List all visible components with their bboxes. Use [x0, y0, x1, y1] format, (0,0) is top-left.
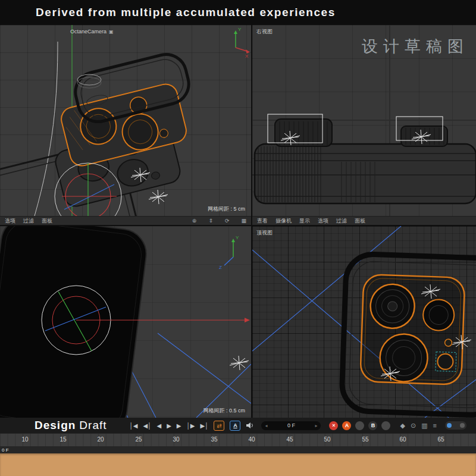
menu-filter[interactable]: 过滤 — [23, 217, 34, 225]
top-view-label: 顶视图 — [256, 229, 273, 237]
ruler-tick: 25 — [135, 436, 142, 443]
ruler-tick: 45 — [286, 436, 293, 443]
keyframe-tools: ◆ ⊙ ▥ ≡ — [400, 422, 437, 430]
key-icon[interactable]: ◆ — [400, 422, 405, 430]
layers-icon[interactable]: ≡ — [433, 422, 437, 429]
fullscreen-icon[interactable]: ▦ — [241, 218, 246, 224]
play-button[interactable]: ▶ — [167, 422, 171, 429]
ruler-tick: 40 — [248, 436, 255, 443]
zoom-icon[interactable]: ⇕ — [208, 218, 213, 224]
loop-playback-button[interactable]: ⇄ — [214, 421, 224, 431]
track-icon[interactable]: ▥ — [421, 422, 427, 430]
top-view-wireframe — [252, 226, 476, 418]
transport-controls: │◀ ◀│ ◀ ▶ ▶ │▶ ▶│ — [130, 422, 209, 429]
record-b-button[interactable]: B — [368, 421, 377, 430]
viewport-right-view[interactable]: 右视图 设计草稿图 — [252, 25, 476, 225]
record-position-button[interactable]: × — [329, 421, 338, 430]
grid-spacing-label: 网格间距 : 0.5 cm — [203, 407, 245, 415]
ruler-tick: 50 — [324, 436, 330, 443]
frame-marker-row: 0 F — [0, 446, 476, 453]
brand-light: Draft — [79, 419, 107, 431]
timeline-control-bar: DesignDraft │◀ ◀│ ◀ ▶ ▶ │▶ ▶│ ⇄ A ◂ 0 F … — [0, 418, 476, 433]
rotate-icon[interactable]: ⟳ — [225, 218, 230, 224]
perspective-toolbar: 选项 过滤 面板 ⊕ ⇕ ⟳ ▦ — [0, 216, 251, 225]
current-frame-field[interactable]: ◂ 0 F ▸ — [261, 421, 321, 430]
target-icon[interactable]: ⊙ — [411, 422, 416, 430]
grid-spacing-label: 网格间距 : 5 cm — [208, 205, 245, 213]
ruler-tick: 15 — [60, 436, 66, 443]
viewport-front-view[interactable]: Y Z 网格间距 : 0.5 cm — [0, 226, 251, 418]
ruler-tick: 60 — [399, 436, 406, 443]
axis-z-label: Z — [219, 265, 222, 270]
header-bar: Derived from multiple accumulated experi… — [0, 0, 476, 25]
ruler-tick: 10 — [21, 436, 28, 443]
top-view-scene[interactable]: 顶视图 — [252, 226, 476, 418]
frame-decrement-icon[interactable]: ◂ — [265, 423, 267, 428]
prev-frame-button[interactable]: ◀ — [156, 422, 161, 429]
mode-toggle[interactable] — [445, 421, 466, 430]
toggle-dot-active — [447, 423, 452, 428]
record-toggle-2[interactable] — [381, 421, 390, 430]
ruler-tick: 55 — [362, 436, 368, 443]
menu-filter[interactable]: 过滤 — [336, 217, 347, 225]
menu-panel[interactable]: 面板 — [42, 217, 52, 225]
design-draft-watermark: 设计草稿图 — [362, 36, 469, 57]
ruler-tick: 20 — [97, 436, 104, 443]
next-key-button[interactable]: │▶ — [187, 422, 195, 429]
autokey-button[interactable]: A — [230, 421, 240, 431]
perspective-scene[interactable]: OctaneCamera ▣ — [0, 25, 251, 216]
viewport-top-view[interactable]: 顶视图 — [252, 226, 476, 418]
pan-icon[interactable]: ⊕ — [192, 218, 197, 224]
menu-camera[interactable]: 摄像机 — [275, 217, 292, 225]
toggle-dot-inactive — [460, 423, 465, 428]
prev-key-button[interactable]: ◀│ — [143, 422, 152, 429]
frame-marker-label: 0 F — [0, 447, 9, 453]
jump-start-button[interactable]: │◀ — [130, 422, 138, 429]
record-a-button[interactable]: A — [342, 421, 351, 430]
camera-name-label[interactable]: OctaneCamera ▣ — [70, 29, 114, 35]
record-toggle-1[interactable] — [355, 421, 364, 430]
sound-icon[interactable] — [246, 422, 254, 429]
menu-panel[interactable]: 面板 — [355, 217, 365, 225]
front-view-scene[interactable]: Y Z 网格间距 : 0.5 cm — [0, 226, 251, 418]
timeline-range-slider[interactable] — [0, 453, 476, 476]
brand-label: DesignDraft — [35, 419, 107, 432]
viewport-grid: OctaneCamera ▣ — [0, 25, 476, 418]
front-view-wireframe: Y Z — [0, 226, 251, 418]
jump-end-button[interactable]: ▶│ — [201, 422, 209, 429]
menu-options[interactable]: 选项 — [5, 217, 15, 225]
record-toggles: × A B — [329, 421, 390, 430]
page-title: Derived from multiple accumulated experi… — [36, 6, 336, 19]
brand-bold: Design — [35, 419, 76, 431]
right-view-toolbar: 查看 摄像机 显示 选项 过滤 面板 — [252, 216, 476, 225]
axis-y-label: Y — [236, 235, 239, 240]
camera-tag-icon[interactable]: ▣ — [109, 29, 114, 35]
axis-y-label: Y — [238, 27, 242, 32]
ruler-tick: 35 — [211, 436, 217, 443]
ruler-tick: 65 — [437, 436, 444, 443]
perspective-wireframe: Y X — [0, 25, 251, 216]
right-view-label: 右视图 — [256, 28, 273, 36]
camera-name-text: OctaneCamera — [70, 29, 107, 35]
menu-view[interactable]: 查看 — [257, 217, 268, 225]
menu-options[interactable]: 选项 — [318, 217, 328, 225]
axis-x-label: X — [245, 54, 249, 59]
next-frame-button[interactable]: ▶ — [177, 422, 181, 429]
current-frame-value: 0 F — [287, 422, 295, 428]
menu-display[interactable]: 显示 — [299, 217, 310, 225]
viewport-perspective[interactable]: OctaneCamera ▣ — [0, 25, 251, 225]
timeline-ruler[interactable]: 10 15 20 25 30 35 40 45 50 55 60 65 — [0, 433, 476, 446]
ruler-tick: 30 — [173, 436, 179, 443]
right-view-scene[interactable]: 右视图 设计草稿图 — [252, 25, 476, 216]
frame-increment-icon[interactable]: ▸ — [315, 423, 317, 428]
